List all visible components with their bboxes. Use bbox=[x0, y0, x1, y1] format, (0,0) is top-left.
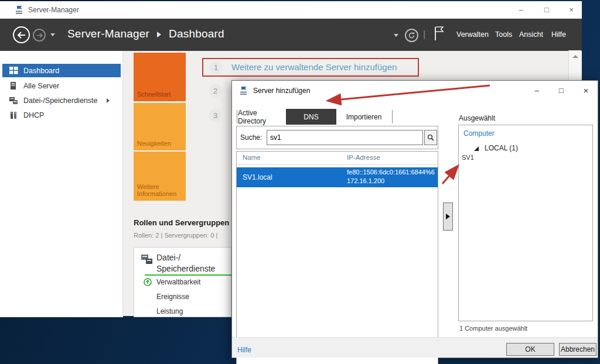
selected-panel-heading: Ausgewählt bbox=[459, 114, 495, 122]
breadcrumb-root[interactable]: Server-Manager bbox=[67, 28, 149, 40]
result-name: SV1.local bbox=[243, 173, 272, 181]
quickstart-section-schnellstart[interactable]: Schnellstart bbox=[134, 53, 186, 101]
notifications-dropdown-icon[interactable] bbox=[394, 34, 398, 37]
file-storage-icon bbox=[9, 97, 19, 105]
sidebar-item-dhcp[interactable]: DHCP bbox=[2, 108, 121, 122]
refresh-button[interactable] bbox=[405, 29, 418, 42]
section-label: Weitere Informationen bbox=[137, 183, 182, 197]
dialog-app-icon bbox=[240, 86, 249, 95]
add-selected-button[interactable] bbox=[443, 202, 453, 231]
add-arrow-icon bbox=[446, 214, 450, 219]
role-card-title-line2[interactable]: Speicherdienste bbox=[156, 264, 215, 273]
search-icon bbox=[427, 134, 434, 141]
back-arrow-icon bbox=[17, 32, 26, 39]
sidebar-item-label: DHCP bbox=[23, 111, 44, 119]
result-row-sv1[interactable]: SV1.local fe80::1506:6dc0:1661:6844%6 17… bbox=[237, 167, 438, 187]
role-card-item-ereignisse[interactable]: Ereignisse bbox=[156, 293, 189, 301]
search-results-list: Name IP-Adresse SV1.local fe80::1506:6dc… bbox=[236, 151, 438, 364]
servers-icon bbox=[9, 82, 19, 90]
sidebar-item-label: Alle Server bbox=[23, 82, 59, 90]
role-card-green-underline bbox=[145, 274, 231, 276]
menu-tools[interactable]: Tools bbox=[495, 30, 512, 39]
help-link[interactable]: Hilfe bbox=[237, 346, 251, 354]
tab-dns[interactable]: DNS bbox=[286, 109, 336, 125]
server-manager-app-icon bbox=[15, 5, 25, 15]
dhcp-icon bbox=[9, 111, 19, 119]
history-dropdown-icon[interactable] bbox=[50, 33, 55, 36]
minimize-button[interactable]: – bbox=[511, 1, 531, 19]
annotation-red-box bbox=[202, 58, 419, 77]
maximize-button[interactable]: □ bbox=[537, 1, 557, 19]
sidebar-item-datei-speicherdienste[interactable]: Datei-/Speicherdienste bbox=[2, 94, 121, 107]
dialog-footer: Hilfe OK Abbrechen bbox=[232, 337, 598, 358]
breadcrumb-separator-icon bbox=[157, 32, 161, 37]
search-label: Suche: bbox=[240, 133, 262, 142]
sidebar-item-alle-server[interactable]: Alle Server bbox=[2, 79, 121, 92]
close-button[interactable]: × bbox=[561, 1, 581, 19]
header-divider bbox=[237, 164, 438, 165]
dialog-title: Server hinzufügen bbox=[253, 87, 310, 95]
section-label: Neuigkeiten bbox=[137, 140, 171, 147]
file-storage-card-icon bbox=[141, 253, 153, 265]
result-ip-line1: fe80::1506:6dc0:1661:6844%6 bbox=[347, 169, 435, 176]
tab-active-directory[interactable]: Active Directory bbox=[238, 109, 286, 125]
cancel-button[interactable]: Abbrechen bbox=[559, 343, 596, 356]
search-panel: Suche: bbox=[236, 126, 438, 149]
sidebar-item-dashboard[interactable]: Dashboard bbox=[2, 64, 121, 77]
ok-button[interactable]: OK bbox=[506, 343, 554, 356]
tree-root-local[interactable]: LOCAL (1) bbox=[485, 144, 518, 152]
roles-stats: Rollen: 2 | Servergruppen: 0 | bbox=[134, 232, 231, 239]
scrollbar-up-icon bbox=[572, 55, 578, 58]
step-3-number: 3 bbox=[209, 109, 222, 122]
role-card-item-leistung[interactable]: Leistung bbox=[156, 307, 183, 315]
manageability-flag-icon[interactable] bbox=[434, 26, 445, 41]
quickstart-section-weitere-informationen[interactable]: Weitere Informationen bbox=[134, 152, 186, 201]
menu-verwalten[interactable]: Verwalten bbox=[456, 30, 489, 39]
sidebar-item-label: Datei-/Speicherdienste bbox=[23, 97, 97, 105]
main-window-title: Server-Manager bbox=[28, 6, 79, 14]
tree-expander-icon[interactable] bbox=[474, 146, 479, 151]
column-header-ip[interactable]: IP-Adresse bbox=[347, 154, 380, 161]
section-label: Schnellstart bbox=[137, 91, 171, 98]
selected-panel: Computer LOCAL (1) SV1 bbox=[458, 125, 593, 321]
file-storage-role-card: Datei-/ Speicherdienste Verwaltbarkeit E… bbox=[134, 247, 231, 317]
sidebar: Dashboard Alle Server bbox=[0, 51, 123, 317]
forward-button[interactable] bbox=[33, 29, 46, 42]
role-card-item-verwaltbarkeit[interactable]: Verwaltbarkeit bbox=[156, 278, 200, 286]
roles-heading: Rollen und Servergruppen bbox=[134, 218, 229, 227]
search-button[interactable] bbox=[424, 130, 437, 145]
breadcrumb-current: Dashboard bbox=[169, 28, 224, 40]
refresh-icon bbox=[408, 32, 415, 39]
search-input[interactable] bbox=[267, 130, 423, 145]
forward-arrow-icon bbox=[36, 33, 43, 38]
main-titlebar: Server-Manager – □ × bbox=[0, 1, 582, 19]
main-navbar: Server-Manager Dashboard | Verwalten Too… bbox=[0, 19, 582, 51]
manageability-up-icon bbox=[144, 278, 152, 286]
selected-count-status: 1 Computer ausgewählt bbox=[459, 325, 527, 332]
quickstart-section-neuigkeiten[interactable]: Neuigkeiten bbox=[134, 103, 186, 150]
dialog-close-button[interactable]: × bbox=[576, 83, 596, 98]
submenu-arrow-icon bbox=[107, 98, 110, 103]
selected-group-label[interactable]: Computer bbox=[463, 129, 495, 138]
role-card-title-line1[interactable]: Datei-/ bbox=[156, 253, 180, 262]
content-scrollbar[interactable] bbox=[568, 50, 581, 81]
menu-ansicht[interactable]: Ansicht bbox=[519, 30, 543, 39]
step-2-number: 2 bbox=[209, 84, 222, 98]
menu-hilfe[interactable]: Hilfe bbox=[551, 30, 566, 39]
dashboard-grid-icon bbox=[9, 67, 19, 75]
tab-divider bbox=[237, 110, 237, 123]
column-header-name[interactable]: Name bbox=[243, 154, 261, 161]
add-server-dialog: Server hinzufügen – □ × Active Directory… bbox=[231, 80, 598, 358]
tab-divider bbox=[392, 110, 393, 123]
dialog-maximize-button[interactable]: □ bbox=[551, 83, 571, 98]
sidebar-item-label: Dashboard bbox=[23, 67, 59, 75]
tab-importieren[interactable]: Importieren bbox=[340, 109, 387, 125]
result-ip-line2: 172.16.1.200 bbox=[347, 177, 384, 184]
back-button[interactable] bbox=[13, 26, 30, 43]
dialog-minimize-button[interactable]: – bbox=[527, 83, 547, 98]
desktop: Server-Manager – □ × Server-Manager Dash… bbox=[0, 0, 600, 364]
nav-divider: | bbox=[423, 29, 425, 40]
tree-item-sv1[interactable]: SV1 bbox=[462, 154, 474, 161]
